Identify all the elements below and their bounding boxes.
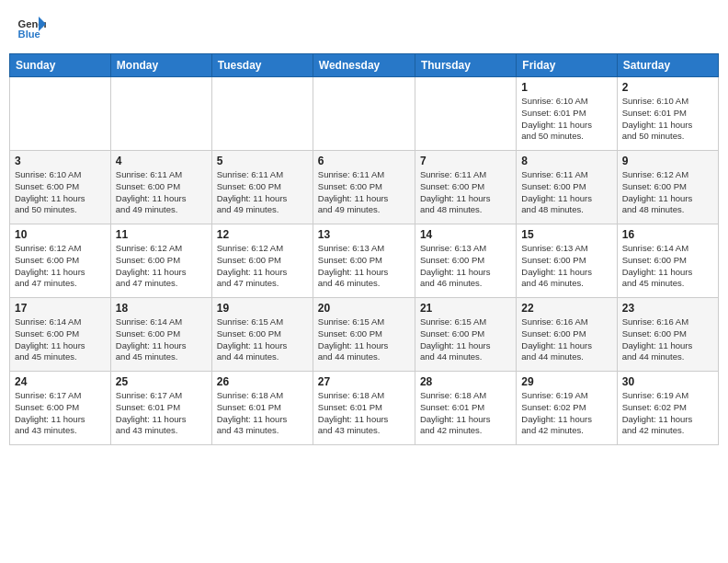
day-info: Sunrise: 6:18 AM Sunset: 6:01 PM Dayligh… (318, 390, 410, 437)
day-info: Sunrise: 6:17 AM Sunset: 6:00 PM Dayligh… (15, 390, 106, 437)
calendar-cell: 12Sunrise: 6:12 AM Sunset: 6:00 PM Dayli… (211, 224, 313, 298)
calendar-cell (10, 77, 111, 151)
calendar-cell: 4Sunrise: 6:11 AM Sunset: 6:00 PM Daylig… (110, 151, 211, 224)
day-info: Sunrise: 6:11 AM Sunset: 6:00 PM Dayligh… (217, 169, 308, 216)
calendar-cell: 25Sunrise: 6:17 AM Sunset: 6:01 PM Dayli… (110, 372, 211, 445)
weekday-header-thursday: Thursday (415, 54, 516, 77)
day-info: Sunrise: 6:15 AM Sunset: 6:00 PM Dayligh… (217, 316, 308, 363)
calendar-cell: 24Sunrise: 6:17 AM Sunset: 6:00 PM Dayli… (10, 372, 111, 445)
day-info: Sunrise: 6:18 AM Sunset: 6:01 PM Dayligh… (217, 390, 308, 437)
calendar-cell (110, 77, 211, 151)
day-number: 25 (116, 375, 207, 388)
calendar-cell: 27Sunrise: 6:18 AM Sunset: 6:01 PM Dayli… (313, 372, 415, 445)
weekday-header-sunday: Sunday (10, 54, 111, 77)
day-number: 16 (622, 228, 713, 241)
day-info: Sunrise: 6:12 AM Sunset: 6:00 PM Dayligh… (622, 169, 713, 216)
day-number: 20 (318, 302, 410, 315)
calendar-cell: 10Sunrise: 6:12 AM Sunset: 6:00 PM Dayli… (10, 224, 111, 298)
day-info: Sunrise: 6:12 AM Sunset: 6:00 PM Dayligh… (217, 243, 308, 290)
calendar-cell: 7Sunrise: 6:11 AM Sunset: 6:00 PM Daylig… (415, 151, 516, 224)
calendar-cell: 8Sunrise: 6:11 AM Sunset: 6:00 PM Daylig… (517, 151, 617, 224)
day-number: 11 (116, 228, 207, 241)
calendar-cell: 29Sunrise: 6:19 AM Sunset: 6:02 PM Dayli… (517, 372, 617, 445)
day-number: 22 (521, 302, 611, 315)
calendar-week-4: 17Sunrise: 6:14 AM Sunset: 6:00 PM Dayli… (10, 298, 719, 372)
day-info: Sunrise: 6:13 AM Sunset: 6:00 PM Dayligh… (420, 243, 511, 290)
day-info: Sunrise: 6:13 AM Sunset: 6:00 PM Dayligh… (521, 243, 611, 290)
day-number: 26 (217, 375, 308, 388)
calendar-cell: 21Sunrise: 6:15 AM Sunset: 6:00 PM Dayli… (415, 298, 516, 372)
calendar-cell: 18Sunrise: 6:14 AM Sunset: 6:00 PM Dayli… (110, 298, 211, 372)
calendar-cell: 9Sunrise: 6:12 AM Sunset: 6:00 PM Daylig… (617, 151, 718, 224)
weekday-header-friday: Friday (517, 54, 617, 77)
day-info: Sunrise: 6:11 AM Sunset: 6:00 PM Dayligh… (521, 169, 611, 216)
calendar-week-5: 24Sunrise: 6:17 AM Sunset: 6:00 PM Dayli… (10, 372, 719, 445)
logo: General Blue (17, 13, 50, 42)
calendar-cell: 20Sunrise: 6:15 AM Sunset: 6:00 PM Dayli… (313, 298, 415, 372)
calendar-cell: 5Sunrise: 6:11 AM Sunset: 6:00 PM Daylig… (211, 151, 313, 224)
calendar-week-3: 10Sunrise: 6:12 AM Sunset: 6:00 PM Dayli… (10, 224, 719, 298)
calendar-week-1: 1Sunrise: 6:10 AM Sunset: 6:01 PM Daylig… (10, 77, 719, 151)
day-number: 30 (622, 375, 713, 388)
day-number: 15 (521, 228, 611, 241)
day-info: Sunrise: 6:16 AM Sunset: 6:00 PM Dayligh… (521, 316, 611, 363)
calendar-cell: 11Sunrise: 6:12 AM Sunset: 6:00 PM Dayli… (110, 224, 211, 298)
day-number: 17 (15, 302, 106, 315)
weekday-header-wednesday: Wednesday (313, 54, 415, 77)
day-info: Sunrise: 6:14 AM Sunset: 6:00 PM Dayligh… (116, 316, 207, 363)
calendar-cell: 22Sunrise: 6:16 AM Sunset: 6:00 PM Dayli… (517, 298, 617, 372)
logo-icon: General Blue (17, 13, 46, 42)
day-info: Sunrise: 6:15 AM Sunset: 6:00 PM Dayligh… (420, 316, 511, 363)
calendar-cell: 17Sunrise: 6:14 AM Sunset: 6:00 PM Dayli… (10, 298, 111, 372)
calendar-header: SundayMondayTuesdayWednesdayThursdayFrid… (10, 54, 719, 77)
calendar-cell: 28Sunrise: 6:18 AM Sunset: 6:01 PM Dayli… (415, 372, 516, 445)
weekday-header-saturday: Saturday (617, 54, 718, 77)
page-header: General Blue (9, 9, 719, 46)
calendar-week-2: 3Sunrise: 6:10 AM Sunset: 6:00 PM Daylig… (10, 151, 719, 224)
calendar-cell: 26Sunrise: 6:18 AM Sunset: 6:01 PM Dayli… (211, 372, 313, 445)
weekday-header-tuesday: Tuesday (211, 54, 313, 77)
calendar-body: 1Sunrise: 6:10 AM Sunset: 6:01 PM Daylig… (10, 77, 719, 445)
day-info: Sunrise: 6:17 AM Sunset: 6:01 PM Dayligh… (116, 390, 207, 437)
day-info: Sunrise: 6:13 AM Sunset: 6:00 PM Dayligh… (318, 243, 410, 290)
day-number: 9 (622, 155, 713, 167)
day-info: Sunrise: 6:11 AM Sunset: 6:00 PM Dayligh… (420, 169, 511, 216)
day-info: Sunrise: 6:11 AM Sunset: 6:00 PM Dayligh… (318, 169, 410, 216)
day-number: 2 (622, 81, 713, 94)
calendar-cell: 23Sunrise: 6:16 AM Sunset: 6:00 PM Dayli… (617, 298, 718, 372)
day-info: Sunrise: 6:15 AM Sunset: 6:00 PM Dayligh… (318, 316, 410, 363)
weekday-header-row: SundayMondayTuesdayWednesdayThursdayFrid… (10, 54, 719, 77)
day-number: 27 (318, 375, 410, 388)
calendar-cell: 14Sunrise: 6:13 AM Sunset: 6:00 PM Dayli… (415, 224, 516, 298)
calendar-table: SundayMondayTuesdayWednesdayThursdayFrid… (9, 53, 719, 445)
day-number: 23 (622, 302, 713, 315)
day-number: 7 (420, 155, 511, 167)
day-number: 18 (116, 302, 207, 315)
day-info: Sunrise: 6:10 AM Sunset: 6:01 PM Dayligh… (521, 96, 611, 143)
day-number: 10 (15, 228, 106, 241)
day-info: Sunrise: 6:16 AM Sunset: 6:00 PM Dayligh… (622, 316, 713, 363)
calendar-cell (415, 77, 516, 151)
svg-text:Blue: Blue (18, 29, 40, 40)
day-number: 3 (15, 155, 106, 167)
day-number: 29 (521, 375, 611, 388)
day-number: 8 (521, 155, 611, 167)
calendar-cell: 30Sunrise: 6:19 AM Sunset: 6:02 PM Dayli… (617, 372, 718, 445)
day-number: 5 (217, 155, 308, 167)
calendar-cell: 13Sunrise: 6:13 AM Sunset: 6:00 PM Dayli… (313, 224, 415, 298)
day-info: Sunrise: 6:14 AM Sunset: 6:00 PM Dayligh… (15, 316, 106, 363)
calendar-cell (211, 77, 313, 151)
day-number: 19 (217, 302, 308, 315)
day-info: Sunrise: 6:19 AM Sunset: 6:02 PM Dayligh… (622, 390, 713, 437)
calendar-cell: 6Sunrise: 6:11 AM Sunset: 6:00 PM Daylig… (313, 151, 415, 224)
calendar-cell: 1Sunrise: 6:10 AM Sunset: 6:01 PM Daylig… (517, 77, 617, 151)
weekday-header-monday: Monday (110, 54, 211, 77)
day-number: 21 (420, 302, 511, 315)
calendar-cell: 16Sunrise: 6:14 AM Sunset: 6:00 PM Dayli… (617, 224, 718, 298)
day-number: 1 (521, 81, 611, 94)
day-info: Sunrise: 6:19 AM Sunset: 6:02 PM Dayligh… (521, 390, 611, 437)
calendar-cell: 19Sunrise: 6:15 AM Sunset: 6:00 PM Dayli… (211, 298, 313, 372)
calendar-cell: 2Sunrise: 6:10 AM Sunset: 6:01 PM Daylig… (617, 77, 718, 151)
day-number: 13 (318, 228, 410, 241)
day-number: 12 (217, 228, 308, 241)
